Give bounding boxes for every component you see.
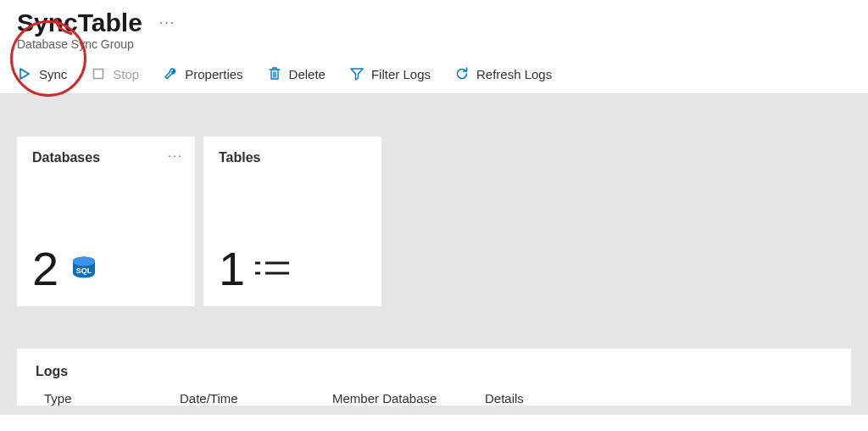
main-area: Databases ··· 2 SQL Tables 1 (0, 94, 868, 415)
sync-button[interactable]: Sync (17, 66, 67, 81)
logs-col-type[interactable]: Type (36, 391, 180, 406)
stop-label: Stop (113, 67, 139, 81)
toolbar: Sync Stop Properties Delete Filter Logs … (0, 51, 868, 94)
logs-table-header: Type Date/Time Member Database Details (36, 391, 832, 406)
logs-col-member[interactable]: Member Database (332, 391, 485, 406)
refresh-icon (454, 66, 470, 81)
delete-label: Delete (289, 67, 326, 81)
logs-col-details[interactable]: Details (485, 391, 832, 406)
trash-icon (267, 66, 282, 81)
sql-database-icon: SQL (69, 254, 99, 284)
page-subtitle: Database Sync Group (17, 37, 851, 51)
page-title: SyncTable (17, 8, 142, 37)
filter-logs-button[interactable]: Filter Logs (349, 66, 431, 81)
stop-button: Stop (91, 66, 139, 81)
logs-panel: Logs Type Date/Time Member Database Deta… (17, 349, 851, 406)
funnel-icon (349, 66, 364, 81)
databases-card-title: Databases (32, 150, 180, 165)
properties-label: Properties (185, 67, 242, 81)
tables-card[interactable]: Tables 1 (203, 137, 381, 306)
wrench-icon (163, 66, 178, 81)
logs-col-datetime[interactable]: Date/Time (180, 391, 332, 406)
delete-button[interactable]: Delete (267, 66, 326, 81)
page-title-more-button[interactable]: ··· (159, 15, 175, 31)
tables-card-value: 1 (219, 245, 245, 293)
play-icon (17, 66, 32, 81)
stop-icon (91, 66, 106, 81)
databases-card-value: 2 (32, 245, 58, 293)
properties-button[interactable]: Properties (163, 66, 242, 81)
logs-title: Logs (36, 364, 832, 379)
tables-card-title: Tables (219, 150, 366, 165)
svg-rect-0 (94, 70, 103, 79)
filter-logs-label: Filter Logs (371, 67, 431, 81)
databases-card-more-button[interactable]: ··· (168, 148, 183, 162)
sync-label: Sync (39, 67, 67, 81)
refresh-logs-label: Refresh Logs (476, 67, 552, 81)
databases-card[interactable]: Databases ··· 2 SQL (17, 137, 195, 306)
table-rows-icon (255, 256, 292, 282)
refresh-logs-button[interactable]: Refresh Logs (454, 66, 552, 81)
svg-point-2 (73, 257, 95, 266)
svg-text:SQL: SQL (76, 266, 92, 275)
